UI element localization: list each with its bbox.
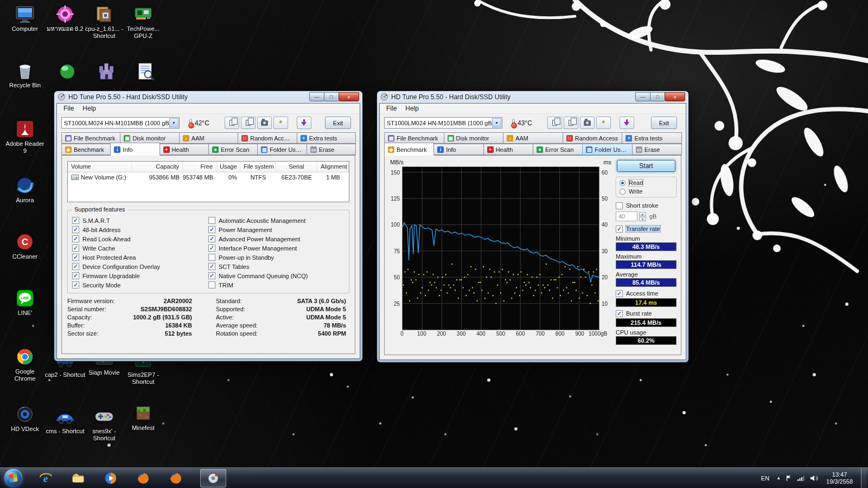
volume-icon[interactable] bbox=[810, 475, 818, 481]
volume-column-header[interactable]: Capacity bbox=[132, 162, 183, 172]
close-icon[interactable]: × bbox=[665, 92, 685, 101]
titlebar[interactable]: HD Tune Pro 5.50 - Hard Disk/SSD Utility… bbox=[56, 91, 360, 103]
update-button[interactable] bbox=[620, 117, 634, 129]
stroke-size-input[interactable]: 40 bbox=[616, 211, 637, 221]
volume-list[interactable]: VolumeCapacityFreeUsageFile systemSerial… bbox=[67, 161, 349, 202]
minimize-button[interactable]: — bbox=[309, 92, 324, 101]
tab-error-scan[interactable]: ●Error Scan bbox=[533, 144, 583, 155]
exit-button[interactable]: Exit bbox=[651, 117, 677, 129]
desktop-icon-adobe-reader[interactable]: Adobe Reader 9 bbox=[4, 118, 46, 155]
volume-column-header[interactable]: Serial bbox=[276, 162, 317, 172]
desktop-icon-gpuz[interactable]: TechPowe... GPU-Z bbox=[123, 3, 164, 40]
feature-checkbox-device-configuration-overlay[interactable]: ✓Device Configuration Overlay bbox=[72, 262, 208, 271]
spin-up-button[interactable]: ▲ bbox=[639, 212, 646, 216]
desktop-icon-thai-app[interactable]: มหาหมอด 8.2 bbox=[44, 3, 86, 33]
tab-extra-tests[interactable]: +Extra tests bbox=[297, 132, 356, 144]
tab-erase[interactable]: ▭Erase bbox=[307, 144, 356, 155]
copy-image-button[interactable] bbox=[564, 117, 578, 129]
maximize-button[interactable]: □ bbox=[324, 92, 339, 101]
desktop-icon-minefest[interactable]: Minefest bbox=[123, 402, 164, 432]
minimize-button[interactable]: — bbox=[635, 92, 650, 101]
tab-aam[interactable]: ♪AAM bbox=[503, 132, 563, 144]
taskbar-item-media-player[interactable] bbox=[103, 470, 119, 486]
drive-select[interactable]: ST1000LM024 HN-M101MBB (1000 gB) ▼ bbox=[61, 117, 180, 129]
network-icon[interactable] bbox=[797, 475, 805, 481]
write-radio[interactable]: Write bbox=[620, 188, 673, 195]
desktop-icon-chrome[interactable]: Google Chrome bbox=[4, 346, 46, 382]
short-stroke-checkbox[interactable]: Short stroke bbox=[616, 201, 676, 210]
feature-checkbox-native-command-queuing-ncq-[interactable]: ✓Native Command Queuing (NCQ) bbox=[208, 271, 344, 280]
exit-button[interactable]: Exit bbox=[325, 117, 351, 129]
desktop-icon-aurora[interactable]: Aurora bbox=[4, 175, 46, 204]
desktop-icon-ccleaner[interactable]: CCCleaner bbox=[4, 231, 46, 260]
action-center-icon[interactable] bbox=[786, 475, 792, 481]
language-indicator[interactable]: EN bbox=[759, 474, 771, 483]
options-button[interactable]: * bbox=[273, 117, 288, 129]
feature-checkbox-host-protected-area[interactable]: ✓Host Protected Area bbox=[72, 253, 208, 262]
tab-file-benchmark[interactable]: ▤File Benchmark bbox=[384, 132, 444, 144]
screenshot-button[interactable] bbox=[257, 117, 272, 129]
feature-checkbox-power-up-in-standby[interactable]: Power-up in Standby bbox=[208, 253, 344, 262]
feature-checkbox-firmware-upgradable[interactable]: ✓Firmware Upgradable bbox=[72, 271, 208, 280]
maximize-button[interactable]: □ bbox=[650, 92, 665, 101]
desktop-icon-hex-editor[interactable] bbox=[125, 61, 166, 83]
menu-file[interactable]: File bbox=[59, 104, 78, 113]
tab-random-access[interactable]: ∷Random Access bbox=[563, 132, 623, 144]
show-desktop-button[interactable] bbox=[861, 468, 867, 488]
tab-benchmark[interactable]: ◆Benchmark bbox=[61, 144, 111, 155]
desktop-icon-cpuz[interactable]: cpu-z_1.61... - Shortcut bbox=[84, 3, 125, 40]
tab-benchmark[interactable]: ◆Benchmark bbox=[384, 143, 434, 156]
tab-folder-usage[interactable]: ▨Folder Usage bbox=[582, 144, 632, 155]
tab-disk-monitor[interactable]: ▣Disk monitor bbox=[444, 132, 504, 144]
feature-checkbox-s-m-a-r-t[interactable]: ✓S.M.A.R.T bbox=[72, 216, 208, 225]
volume-column-header[interactable]: File system bbox=[240, 162, 276, 172]
feature-checkbox-advanced-power-management[interactable]: ✓Advanced Power Management bbox=[208, 234, 344, 243]
burst-rate-checkbox[interactable]: ✓ Burst rate bbox=[616, 309, 676, 318]
desktop-icon-recycle-bin[interactable]: Recycle Bin bbox=[4, 60, 46, 89]
desktop-icon-line[interactable]: LINELINE' bbox=[4, 287, 46, 317]
taskbar-item-windows-explorer[interactable] bbox=[70, 470, 86, 486]
volume-column-header[interactable]: Volume bbox=[68, 162, 132, 172]
tab-random-access[interactable]: ∷Random Access bbox=[238, 132, 297, 144]
taskbar-item-hdtune[interactable] bbox=[200, 469, 226, 487]
desktop-icon-computer[interactable]: Computer bbox=[4, 3, 46, 33]
tab-health[interactable]: +Health bbox=[159, 144, 209, 155]
feature-checkbox-automatic-acoustic-management[interactable]: Automatic Acoustic Management bbox=[208, 216, 344, 225]
menu-help[interactable]: Help bbox=[401, 104, 423, 113]
desktop-icon-hdvdeck[interactable]: HD VDeck bbox=[4, 403, 46, 433]
read-radio[interactable]: Read bbox=[620, 179, 673, 186]
tab-disk-monitor[interactable]: ▣Disk monitor bbox=[120, 132, 179, 144]
copy-text-button[interactable] bbox=[225, 117, 239, 129]
feature-checkbox-trim[interactable]: TRIM bbox=[208, 280, 344, 290]
taskbar-item-firefox-1[interactable] bbox=[135, 470, 151, 486]
drive-select[interactable]: ST1000LM024 HN-M101MBB (1000 gB) ▼ bbox=[384, 117, 502, 129]
access-time-checkbox[interactable]: ✓ Access time bbox=[616, 289, 676, 298]
desktop-icon-snes9x[interactable]: snes9x' - Shortcut bbox=[84, 406, 125, 442]
tab-info[interactable]: iInfo bbox=[433, 144, 483, 155]
options-button[interactable]: * bbox=[596, 117, 611, 129]
clock[interactable]: 13:47 19/3/2558 bbox=[826, 471, 853, 485]
copy-image-button[interactable] bbox=[241, 117, 256, 129]
tab-aam[interactable]: ♪AAM bbox=[179, 132, 238, 144]
volume-row[interactable]: New Volume (G:)953866 MB953748 MB0%NTFS6… bbox=[68, 172, 349, 182]
taskbar-item-firefox-2[interactable] bbox=[168, 470, 184, 486]
tab-folder-usage[interactable]: ▨Folder Usage bbox=[257, 144, 307, 155]
tab-info[interactable]: iInfo bbox=[110, 143, 159, 156]
spin-down-button[interactable]: ▼ bbox=[639, 217, 646, 221]
update-button[interactable] bbox=[297, 117, 311, 129]
feature-checkbox-sct-tables[interactable]: ✓SCT Tables bbox=[208, 262, 344, 271]
feature-checkbox-power-management[interactable]: ✓Power Management bbox=[208, 225, 344, 234]
titlebar[interactable]: HD Tune Pro 5.50 - Hard Disk/SSD Utility… bbox=[379, 91, 686, 103]
feature-checkbox-48-bit-address[interactable]: ✓48-bit Address bbox=[72, 225, 208, 234]
screenshot-button[interactable] bbox=[580, 117, 595, 129]
volume-column-header[interactable]: Alignment bbox=[317, 162, 349, 172]
feature-checkbox-read-look-ahead[interactable]: ✓Read Look-Ahead bbox=[72, 234, 208, 243]
tab-erase[interactable]: ▭Erase bbox=[632, 144, 682, 155]
desktop-icon-castle[interactable] bbox=[86, 61, 127, 83]
start-button[interactable]: Start bbox=[617, 160, 675, 172]
desktop-icon-cms[interactable]: cms - Shortcut bbox=[44, 406, 86, 435]
desktop-icon-green-orb[interactable] bbox=[47, 61, 88, 83]
volume-column-header[interactable]: Free bbox=[183, 162, 216, 172]
start-button[interactable] bbox=[4, 469, 22, 487]
copy-text-button[interactable] bbox=[547, 117, 562, 129]
